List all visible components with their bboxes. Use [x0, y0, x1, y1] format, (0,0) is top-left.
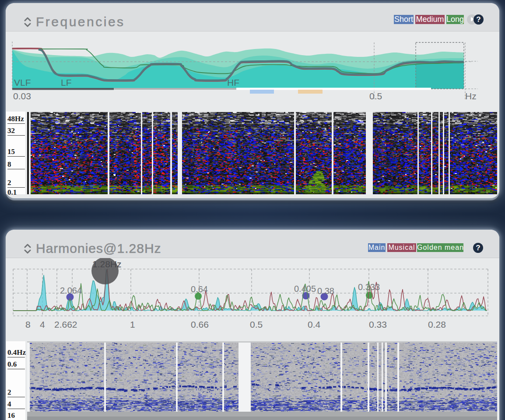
svg-text:4: 4 — [40, 319, 45, 329]
svg-text:LF: LF — [61, 77, 72, 88]
svg-text:1: 1 — [130, 319, 135, 329]
svg-text:0.33: 0.33 — [369, 319, 387, 329]
svg-text:Hz: Hz — [465, 91, 477, 101]
svg-text:0.333: 0.333 — [358, 282, 380, 292]
svg-text:2.662: 2.662 — [54, 319, 77, 329]
svg-text:0.28: 0.28 — [428, 319, 446, 329]
svg-text:0.38: 0.38 — [317, 286, 334, 296]
svg-text:0.5: 0.5 — [250, 319, 263, 329]
svg-text:0.66: 0.66 — [191, 319, 209, 329]
svg-text:0.03: 0.03 — [13, 91, 31, 101]
svg-text:8: 8 — [25, 319, 31, 329]
svg-text:HF: HF — [227, 77, 239, 88]
svg-text:0.5: 0.5 — [369, 91, 382, 101]
svg-text:1.28Hz: 1.28Hz — [92, 259, 122, 269]
svg-text:0.405: 0.405 — [294, 284, 316, 294]
svg-text:0.4: 0.4 — [308, 319, 321, 329]
svg-text:2.064: 2.064 — [60, 286, 82, 295]
svg-text:VLF: VLF — [14, 77, 31, 88]
svg-text:0.64: 0.64 — [191, 284, 208, 294]
